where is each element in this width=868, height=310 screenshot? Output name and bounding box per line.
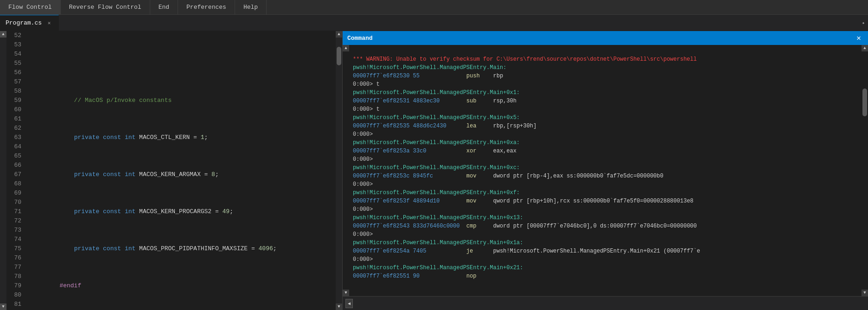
command-output: *** WARNING: Unable to verify checksum f… — [349, 45, 862, 296]
code-line-57: private const int MACOS_PROC_PIDPATHINFO… — [31, 244, 336, 253]
code-line-55: private const int MACOS_KERN_ARGMAX = 8; — [31, 170, 336, 179]
code-line-54: private const int MACOS_CTL_KERN = 1; — [31, 133, 336, 142]
scroll-up-arrow[interactable]: ▲ — [336, 31, 342, 38]
menu-reverse-flow-control[interactable]: Reverse Flow Control — [61, 0, 150, 14]
menu-help[interactable]: Help — [235, 0, 267, 14]
line-numbers: 52 53 54 55 56 57 58 59 60 61 62 63 64 6… — [6, 31, 25, 310]
menu-bar: Flow Control Reverse Flow Control End Pr… — [0, 0, 868, 15]
scroll-thumb[interactable] — [337, 47, 341, 65]
left-scroll: ▲ ▼ — [0, 31, 6, 310]
code-vertical-scrollbar[interactable]: ▲ ▼ — [336, 31, 342, 310]
scroll-down-button[interactable]: ▼ — [0, 304, 6, 310]
tab-close-button[interactable]: ✕ — [45, 19, 53, 27]
tab-program-cs[interactable]: Program.cs ✕ — [0, 15, 59, 31]
code-line-58: #endif — [31, 281, 336, 291]
code-line-52 — [31, 59, 336, 68]
menu-end[interactable]: End — [150, 0, 178, 14]
command-close-button[interactable]: ✕ — [854, 33, 863, 43]
cmd-scroll-left: ▲ ▼ — [343, 45, 349, 296]
command-title: Command — [347, 35, 373, 42]
tab-label: Program.cs — [6, 19, 42, 26]
main-area: ▲ ▼ 52 53 54 55 56 57 58 59 60 61 62 63 … — [0, 31, 868, 310]
scroll-up-button[interactable]: ▲ — [0, 31, 6, 38]
code-editor: 52 53 54 55 56 57 58 59 60 61 62 63 64 6… — [6, 31, 336, 310]
cmd-scroll-up[interactable]: ▲ — [343, 45, 349, 51]
cmd-scroll-down[interactable]: ▼ — [343, 290, 349, 296]
tab-bar: Program.cs ✕ ⬥ — [0, 15, 868, 31]
command-input-area: ◀ — [343, 296, 868, 310]
menu-preferences[interactable]: Preferences — [178, 0, 235, 14]
code-line-53: // MacOS p/Invoke constants — [31, 96, 336, 105]
code-content[interactable]: // MacOS p/Invoke constants private cons… — [25, 31, 336, 310]
panel-toggle[interactable]: ⬥ — [859, 15, 868, 31]
menu-flow-control[interactable]: Flow Control — [0, 0, 61, 14]
cmd-scroll-left-btn[interactable]: ◀ — [345, 299, 353, 308]
code-scroll-area: 52 53 54 55 56 57 58 59 60 61 62 63 64 6… — [6, 31, 336, 310]
command-panel: Command ✕ ▲ ▼ *** WARNING: Unable to ver… — [342, 31, 868, 310]
command-input-field[interactable] — [355, 300, 865, 307]
cmd-scroll-thumb[interactable] — [862, 89, 867, 116]
cmd-vertical-scrollbar[interactable]: ▲ ▼ — [862, 45, 868, 296]
command-header: Command ✕ — [343, 31, 868, 45]
code-line-56: private const int MACOS_KERN_PROCARGS2 =… — [31, 207, 336, 216]
scroll-down-arrow[interactable]: ▼ — [336, 304, 342, 310]
